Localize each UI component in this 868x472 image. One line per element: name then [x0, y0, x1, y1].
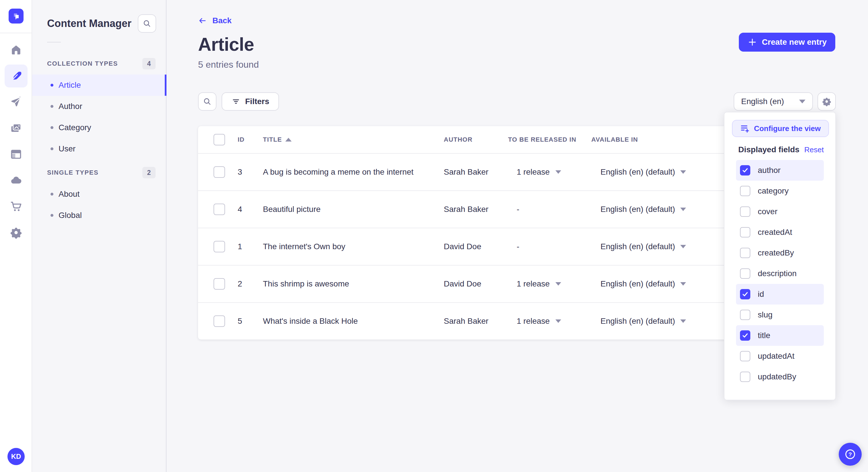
field-checkbox[interactable] — [740, 206, 750, 217]
rail-item-releases[interactable] — [5, 91, 28, 113]
row-checkbox[interactable] — [214, 278, 225, 290]
cell-available-in[interactable]: English (en) (default) — [591, 242, 743, 251]
view-settings-button[interactable] — [817, 92, 836, 111]
sidebar-item-category[interactable]: Category — [32, 117, 166, 138]
cell-available-in[interactable]: English (en) (default) — [591, 167, 743, 177]
back-link[interactable]: Back — [198, 15, 231, 26]
table-search-button[interactable] — [198, 92, 216, 111]
subnav-search-button[interactable] — [138, 14, 156, 33]
locale-select[interactable]: English (en) — [734, 92, 813, 111]
cell-available-in[interactable]: English (en) (default) — [591, 316, 743, 326]
rail-item-settings[interactable] — [5, 221, 28, 244]
user-avatar[interactable]: KD — [7, 448, 25, 465]
cell-title: The internet's Own boy — [263, 242, 444, 251]
chevron-down-icon — [555, 319, 561, 323]
select-all-checkbox[interactable] — [214, 134, 225, 145]
rail-item-content-manager[interactable] — [5, 65, 28, 88]
create-button-label: Create new entry — [762, 38, 827, 47]
field-checkbox[interactable] — [740, 289, 750, 299]
table-row[interactable]: 2 This shrimp is awesome David Doe 1 rel… — [198, 265, 743, 302]
cell-released-in[interactable]: 1 release — [508, 316, 591, 326]
field-row-createdat[interactable]: createdAt — [736, 222, 824, 243]
column-header-author[interactable]: AUTHOR — [444, 136, 508, 143]
help-button[interactable]: ? — [839, 443, 862, 466]
sidebar-item-user[interactable]: User — [32, 138, 166, 160]
cell-id: 3 — [238, 167, 263, 177]
main-nav-rail: KD — [0, 0, 32, 472]
view-settings-popover: Configure the view Displayed fields Rese… — [724, 112, 836, 400]
row-checkbox[interactable] — [214, 241, 225, 252]
chevron-down-icon — [680, 245, 686, 248]
strapi-logo[interactable] — [9, 9, 24, 24]
rail-item-home[interactable] — [5, 38, 28, 61]
cell-id: 5 — [238, 316, 263, 326]
section-label: COLLECTION TYPES — [47, 60, 118, 67]
pictures-icon — [10, 122, 22, 134]
cell-available-in[interactable]: English (en) (default) — [591, 279, 743, 289]
table-header-row: ID TITLE AUTHOR TO BE RELEASED IN AVAILA… — [198, 126, 743, 153]
cell-released-in[interactable]: - — [508, 205, 591, 214]
field-checkbox[interactable] — [740, 248, 750, 258]
row-checkbox[interactable] — [214, 315, 225, 327]
reset-link[interactable]: Reset — [804, 145, 824, 154]
field-row-description[interactable]: description — [736, 263, 824, 284]
table-row[interactable]: 1 The internet's Own boy David Doe - Eng… — [198, 228, 743, 265]
column-header-released-in[interactable]: TO BE RELEASED IN — [508, 136, 591, 143]
cell-available-in[interactable]: English (en) (default) — [591, 205, 743, 214]
search-icon — [143, 19, 152, 28]
field-row-updatedby[interactable]: updatedBy — [736, 367, 824, 387]
filters-label: Filters — [245, 97, 269, 106]
rail-item-deploy[interactable] — [5, 169, 28, 192]
filters-button[interactable]: Filters — [222, 92, 279, 111]
sidebar-item-author[interactable]: Author — [32, 96, 166, 117]
table-row[interactable]: 4 Beautiful picture Sarah Baker - Englis… — [198, 191, 743, 228]
cell-released-in[interactable]: 1 release — [508, 279, 591, 289]
rail-item-media-library[interactable] — [5, 117, 28, 140]
field-row-title[interactable]: title — [736, 325, 824, 346]
field-checkbox[interactable] — [740, 310, 750, 320]
sidebar-item-about[interactable]: About — [32, 183, 166, 205]
sidebar-item-global[interactable]: Global — [32, 205, 166, 226]
chevron-down-icon — [680, 319, 686, 323]
subnav-title: Content Manager — [47, 18, 131, 30]
question-icon: ? — [844, 448, 857, 461]
field-checkbox[interactable] — [740, 330, 750, 341]
cell-released-in[interactable]: 1 release — [508, 167, 591, 177]
field-checkbox[interactable] — [740, 268, 750, 279]
cell-id: 4 — [238, 205, 263, 214]
field-checkbox[interactable] — [740, 372, 750, 382]
list-toolbar: Filters English (en) — [198, 92, 836, 111]
field-row-cover[interactable]: cover — [736, 201, 824, 222]
column-header-available-in[interactable]: AVAILABLE IN — [591, 136, 743, 143]
field-checkbox[interactable] — [740, 165, 750, 175]
field-checkbox[interactable] — [740, 186, 750, 196]
column-header-title[interactable]: TITLE — [263, 136, 444, 143]
sidebar-item-article[interactable]: Article — [32, 74, 166, 96]
table-row[interactable]: 3 A bug is becoming a meme on the intern… — [198, 153, 743, 191]
bullet-icon — [51, 193, 53, 196]
field-row-category[interactable]: category — [736, 181, 824, 201]
rail-item-marketplace[interactable] — [5, 195, 28, 218]
plus-icon — [747, 37, 757, 47]
cell-author: Sarah Baker — [444, 167, 508, 177]
cell-released-in[interactable]: - — [508, 242, 591, 251]
field-checkbox[interactable] — [740, 227, 750, 237]
field-row-id[interactable]: id — [736, 284, 824, 305]
row-checkbox[interactable] — [214, 204, 225, 215]
create-new-entry-button[interactable]: Create new entry — [739, 33, 835, 52]
field-row-author[interactable]: author — [736, 160, 824, 181]
field-row-createdby[interactable]: createdBy — [736, 243, 824, 263]
field-row-slug[interactable]: slug — [736, 305, 824, 325]
rail-item-content-type-builder[interactable] — [5, 143, 28, 166]
configure-view-button[interactable]: Configure the view — [732, 120, 829, 137]
collection-types-section: COLLECTION TYPES 4 Article Author Catego… — [32, 58, 166, 160]
column-header-id[interactable]: ID — [238, 136, 263, 143]
chevron-down-icon — [555, 170, 561, 174]
single-types-list: About Global — [32, 183, 166, 226]
table-row[interactable]: 5 What's inside a Black Hole Sarah Baker… — [198, 302, 743, 339]
strapi-admin-app: KD Content Manager COLLECTION TYPES 4 Ar… — [0, 0, 868, 472]
field-row-updatedat[interactable]: updatedAt — [736, 346, 824, 367]
feather-pen-icon — [10, 70, 22, 82]
field-checkbox[interactable] — [740, 351, 750, 361]
row-checkbox[interactable] — [214, 166, 225, 178]
